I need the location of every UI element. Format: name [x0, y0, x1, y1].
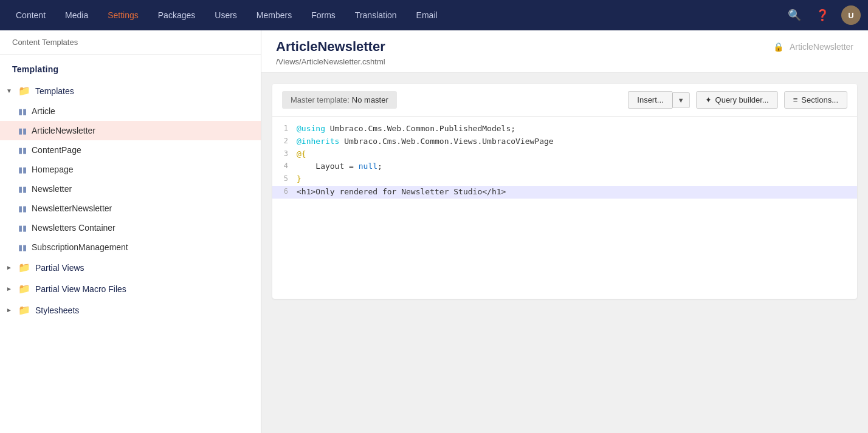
- template-contentpage-label: ContentPage: [32, 145, 81, 155]
- template-contentpage[interactable]: ▮▮ ContentPage: [0, 140, 261, 160]
- doc-icon: ▮▮: [18, 146, 27, 155]
- line-number: 5: [272, 173, 297, 185]
- content-area: ArticleNewsletter 🔒 ArticleNewsletter /V…: [261, 30, 868, 433]
- partial-views-label: Partial Views: [35, 263, 84, 273]
- folder-icon: 📁: [18, 85, 30, 97]
- doc-icon: ▮▮: [18, 243, 27, 252]
- doc-icon: ▮▮: [18, 223, 27, 233]
- line-number: 6: [272, 186, 297, 197]
- content-header: ArticleNewsletter 🔒 ArticleNewsletter /V…: [261, 30, 868, 73]
- template-newsletters-container[interactable]: ▮▮ Newsletters Container: [0, 218, 261, 237]
- template-newsletter-label: Newsletter: [32, 184, 72, 194]
- stylesheets-label: Stylesheets: [35, 305, 79, 315]
- line-number: 1: [272, 123, 297, 134]
- doc-icon: ▮▮: [18, 185, 27, 194]
- sections-icon: ≡: [793, 95, 798, 104]
- stylesheets-folder[interactable]: ► 📁 Stylesheets: [0, 299, 261, 321]
- partial-view-macro-files-folder[interactable]: ► 📁 Partial View Macro Files: [0, 278, 261, 299]
- lock-label: ArticleNewsletter: [790, 42, 853, 52]
- doc-icon: ▮▮: [18, 107, 27, 116]
- code-token: @{: [297, 149, 306, 159]
- help-button[interactable]: ❓: [813, 6, 832, 24]
- insert-button-group: Insert... ▼: [628, 91, 689, 109]
- line-number: 2: [272, 135, 297, 147]
- title-text: ArticleNewsletter: [276, 39, 385, 55]
- templating-section-title: Templating: [0, 55, 261, 80]
- line-content: Layout = null;: [297, 160, 857, 173]
- chevron-down-icon: ▼: [6, 87, 12, 94]
- insert-button[interactable]: Insert...: [628, 91, 672, 109]
- code-token: @inherits: [297, 137, 339, 146]
- folder-icon: 📁: [18, 304, 30, 316]
- doc-icon: ▮▮: [18, 165, 27, 174]
- chevron-right-icon: ►: [6, 307, 12, 313]
- template-newsletternewsletter[interactable]: ▮▮ NewsletterNewsletter: [0, 199, 261, 218]
- nav-users[interactable]: Users: [206, 5, 246, 25]
- master-template-button[interactable]: Master template:No master: [282, 91, 397, 109]
- code-line: 5}: [272, 173, 857, 186]
- templates-folder[interactable]: ▼ 📁 Templates: [0, 80, 261, 101]
- content-templates-item[interactable]: Content Templates: [0, 30, 261, 55]
- partial-view-macro-files-label: Partial View Macro Files: [35, 284, 126, 294]
- nav-email[interactable]: Email: [408, 5, 446, 25]
- code-token: @using: [297, 124, 325, 133]
- line-content: @inherits Umbraco.Cms.Web.Common.Views.U…: [297, 135, 857, 148]
- template-article[interactable]: ▮▮ Article: [0, 101, 261, 121]
- main-layout: Content Templates Templating ▼ 📁 Templat…: [0, 30, 868, 433]
- line-content: @using Umbraco.Cms.Web.Common.PublishedM…: [297, 123, 857, 135]
- page-title: ArticleNewsletter 🔒 ArticleNewsletter: [276, 39, 853, 55]
- code-editor[interactable]: 1@using Umbraco.Cms.Web.Common.Published…: [272, 117, 857, 299]
- folder-icon: 📁: [18, 262, 30, 273]
- sidebar-scroll: Content Templates Templating ▼ 📁 Templat…: [0, 30, 261, 433]
- template-newsletters-container-label: Newsletters Container: [32, 223, 115, 233]
- doc-icon: ▮▮: [18, 204, 27, 213]
- nav-packages[interactable]: Packages: [150, 5, 204, 25]
- search-button[interactable]: 🔍: [785, 6, 804, 24]
- template-newsletter[interactable]: ▮▮ Newsletter: [0, 179, 261, 199]
- template-homepage-label: Homepage: [32, 165, 74, 174]
- insert-dropdown-arrow[interactable]: ▼: [672, 92, 690, 108]
- template-articlenewsletter-label: ArticleNewsletter: [32, 126, 95, 135]
- partial-views-folder[interactable]: ► 📁 Partial Views: [0, 257, 261, 278]
- nav-right-actions: 🔍 ❓ U: [785, 5, 861, 25]
- gear-icon: ✦: [705, 95, 712, 104]
- code-token: Layout =: [297, 162, 359, 171]
- user-avatar[interactable]: U: [841, 5, 861, 25]
- query-builder-button[interactable]: ✦ Query builder...: [696, 91, 778, 109]
- template-article-label: Article: [32, 106, 55, 116]
- code-token: Umbraco.Cms.Web.Common.Views.UmbracoView…: [339, 137, 553, 146]
- nav-items: Content Media Settings Packages Users Me…: [7, 5, 785, 25]
- top-navigation: Content Media Settings Packages Users Me…: [0, 0, 868, 30]
- code-line: 1@using Umbraco.Cms.Web.Common.Published…: [272, 123, 857, 135]
- breadcrumb: /Views/ArticleNewsletter.cshtml: [276, 57, 853, 66]
- folder-icon: 📁: [18, 283, 30, 295]
- line-content: @{: [297, 148, 857, 161]
- nav-media[interactable]: Media: [57, 5, 97, 25]
- templates-folder-label: Templates: [35, 86, 74, 96]
- template-homepage[interactable]: ▮▮ Homepage: [0, 160, 261, 179]
- template-subscriptionmanagement-label: SubscriptionManagement: [32, 242, 128, 252]
- template-subscriptionmanagement[interactable]: ▮▮ SubscriptionManagement: [0, 237, 261, 257]
- template-newsletternewsletter-label: NewsletterNewsletter: [32, 203, 112, 213]
- doc-icon: ▮▮: [18, 126, 27, 135]
- master-template-label: Master template:: [291, 95, 350, 104]
- nav-members[interactable]: Members: [248, 5, 300, 25]
- nav-translation[interactable]: Translation: [346, 5, 405, 25]
- content-templates-label: Content Templates: [12, 38, 78, 47]
- template-articlenewsletter[interactable]: ▮▮ ArticleNewsletter: [0, 121, 261, 140]
- sections-label: Sections...: [801, 95, 838, 104]
- code-token: null: [359, 162, 377, 171]
- code-line: 3@{: [272, 148, 857, 161]
- code-token: }: [297, 174, 301, 183]
- sections-button[interactable]: ≡ Sections...: [784, 91, 847, 109]
- lock-icon: 🔒: [773, 42, 784, 52]
- code-line: 2@inherits Umbraco.Cms.Web.Common.Views.…: [272, 135, 857, 148]
- nav-settings[interactable]: Settings: [99, 5, 147, 25]
- code-line: 6<h1>Only rendered for Newsletter Studio…: [272, 186, 857, 199]
- editor-wrapper: Master template:No master Insert... ▼ ✦ …: [261, 73, 868, 433]
- nav-content[interactable]: Content: [7, 5, 54, 25]
- master-template-value: No master: [352, 95, 388, 104]
- editor-toolbar: Master template:No master Insert... ▼ ✦ …: [272, 84, 857, 117]
- nav-forms[interactable]: Forms: [303, 5, 344, 25]
- chevron-right-icon: ►: [6, 264, 12, 271]
